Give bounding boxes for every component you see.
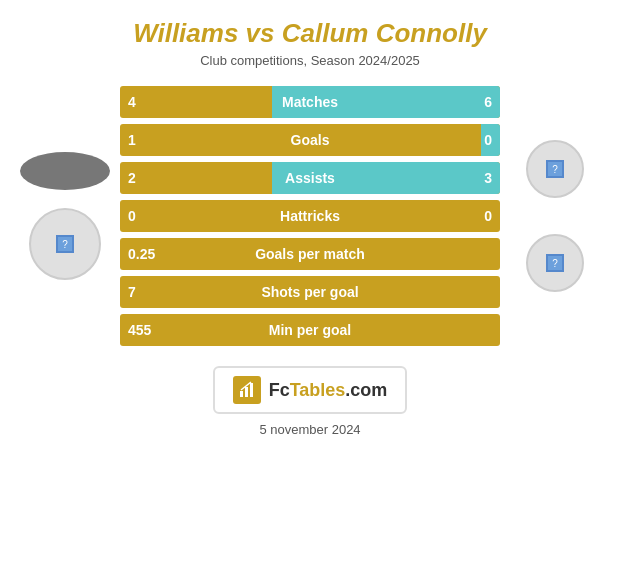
logo-section: FcTables.com 5 november 2024 [213,366,408,437]
main-content: ? 4Matches61Goals02Assists30Hattricks00.… [0,86,620,346]
match-subtitle: Club competitions, Season 2024/2025 [200,53,420,68]
stat-row: 0Hattricks0 [120,200,500,232]
left-avatar-wide [20,152,110,190]
left-avatars: ? [10,152,120,280]
stat-label: Matches [120,94,500,110]
right-question-icon-top: ? [546,160,564,178]
right-question-icon-bottom: ? [546,254,564,272]
stat-row: 0.25Goals per match [120,238,500,270]
stat-label: Assists [120,170,500,186]
logo-box: FcTables.com [213,366,408,414]
match-title: Williams vs Callum Connolly [133,18,487,49]
stat-bar: 2Assists3 [120,162,500,194]
svg-rect-1 [245,387,248,397]
stat-row: 1Goals0 [120,124,500,156]
stat-right-value: 0 [484,208,492,224]
stat-row: 2Assists3 [120,162,500,194]
stat-bar: 1Goals0 [120,124,500,156]
stat-bar: 4Matches6 [120,86,500,118]
stat-right-value: 0 [484,132,492,148]
date-text: 5 november 2024 [259,422,360,437]
stat-bar: 0.25Goals per match [120,238,500,270]
logo-icon [233,376,261,404]
left-avatar-circle: ? [29,208,101,280]
svg-rect-0 [240,391,243,397]
stat-label: Hattricks [120,208,500,224]
stat-right-value: 3 [484,170,492,186]
svg-rect-2 [250,383,253,397]
logo-text: FcTables.com [269,380,388,401]
stat-bar: 455Min per goal [120,314,500,346]
main-container: Williams vs Callum Connolly Club competi… [0,0,620,580]
stat-label: Shots per goal [120,284,500,300]
stat-row: 455Min per goal [120,314,500,346]
stat-row: 4Matches6 [120,86,500,118]
stat-bar: 0Hattricks0 [120,200,500,232]
stat-label: Min per goal [120,322,500,338]
stat-bar: 7Shots per goal [120,276,500,308]
stats-panel: 4Matches61Goals02Assists30Hattricks00.25… [120,86,500,346]
stat-label: Goals per match [120,246,500,262]
right-avatar-bottom: ? [526,234,584,292]
stat-right-value: 6 [484,94,492,110]
stat-row: 7Shots per goal [120,276,500,308]
right-avatars: ? ? [500,140,610,292]
right-avatar-top: ? [526,140,584,198]
left-question-icon: ? [56,235,74,253]
stat-label: Goals [120,132,500,148]
